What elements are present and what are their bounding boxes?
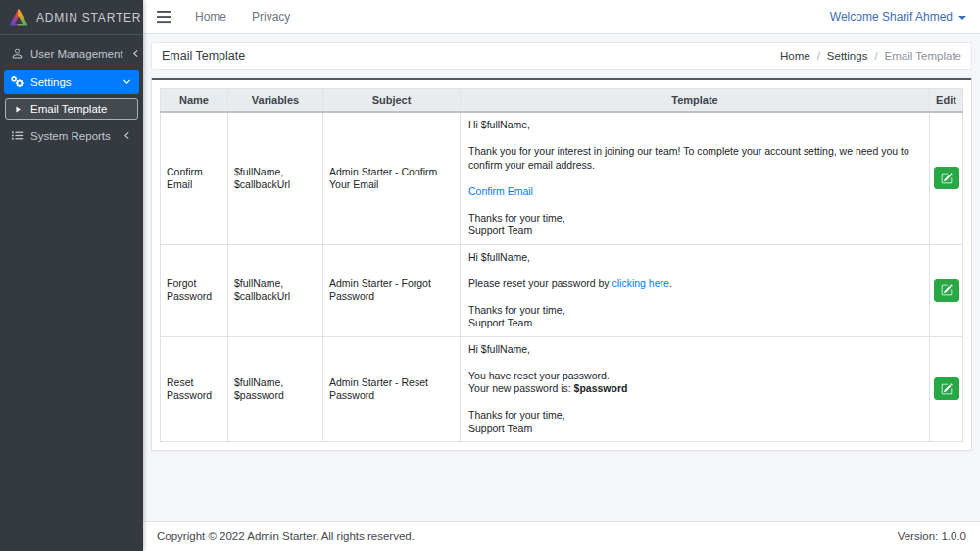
cell-subject: Admin Starter - Confirm Your Email [323,112,461,244]
chevron-left-icon [130,48,141,59]
cell-variables: $fullName, $password [228,336,323,442]
sidebar-item-label: User Management [30,48,123,60]
template-link[interactable]: Confirm Email [468,185,533,197]
column-header-name: Name [161,89,228,113]
user-menu-dropdown[interactable]: Welcome Sharif Ahmed [830,10,966,24]
edit-button[interactable] [934,377,959,400]
cell-edit [930,112,963,244]
edit-pencil-icon [941,284,953,296]
cell-subject: Admin Starter - Reset Password [323,336,461,442]
template-text: Hi $fullName, [468,343,530,355]
breadcrumb-item-home[interactable]: Home [780,50,810,62]
email-template-tbody: Confirm Email$fullName, $callbackUrlAdmi… [161,112,963,442]
column-header-variables: Variables [228,89,323,113]
cell-edit [930,244,963,336]
template-line: Thanks for your time, [468,304,921,318]
template-line: Confirm Email [468,185,921,199]
template-text: Thanks for your time, [468,212,565,224]
breadcrumb-item-settings[interactable]: Settings [827,50,868,62]
sidebar-item-user-management[interactable]: User Management [4,41,139,66]
sidebar-item-label: Email Template [30,103,130,115]
template-link[interactable]: clicking here [612,277,669,289]
cell-subject: Admin Starter - Forgot Password [323,244,461,336]
template-line: Your new password is: $password [468,382,921,396]
content: Email Template Home/Settings/Email Templ… [143,34,980,521]
list-icon [11,129,24,142]
top-navbar: HomePrivacy Welcome Sharif Ahmed [143,0,980,34]
sidebar-item-label: Settings [30,76,115,88]
edit-pencil-icon [941,383,953,395]
template-line [468,172,921,185]
navbar-links: HomePrivacy [195,10,290,24]
template-text: Please reset your password by [468,277,612,289]
template-line: Thanks for your time, [468,212,921,225]
breadcrumb-separator: / [874,50,877,62]
cell-name: Forgot Password [161,244,228,336]
brand[interactable]: ADMIN STARTER [0,0,143,35]
template-line: Thank you for your interest in joining o… [468,145,921,172]
email-template-card: NameVariablesSubjectTemplateEdit Confirm… [151,78,972,451]
edit-button[interactable] [934,279,959,302]
template-text: You have reset your password. [468,370,610,381]
template-text: Hi $fullName, [468,119,530,130]
cell-variables: $fullName, $callbackUrl [228,244,323,336]
breadcrumb-separator: / [817,50,820,62]
template-line: Hi $fullName, [468,251,921,265]
gears-icon [11,75,24,88]
cell-name: Confirm Email [161,112,228,244]
template-line: Please reset your password by clicking h… [468,277,921,291]
template-bold-text: $password [574,382,628,394]
breadcrumb: Home/Settings/Email Template [780,50,961,62]
sidebar-item-system-reports[interactable]: System Reports [4,124,139,148]
sidebar-toggle-icon[interactable] [157,11,172,24]
sidebar-item-settings[interactable]: Settings [4,70,139,94]
template-text: Thanks for your time, [468,304,565,316]
brand-logo-icon [9,9,28,26]
template-line [468,132,921,146]
edit-pencil-icon [941,173,953,184]
template-line: Support Team [468,317,921,330]
nav-link-privacy[interactable]: Privacy [252,10,290,24]
footer: Copyright © 2022 Admin Starter. All righ… [143,521,980,551]
nav-link-home[interactable]: Home [195,10,226,24]
template-text: Thank you for your interest in joining o… [468,145,909,171]
template-line: Thanks for your time, [468,409,921,423]
template-line: Support Team [468,423,921,436]
template-text: Support Team [468,317,532,328]
breadcrumb-item-email-template: Email Template [885,50,961,62]
table-header-row: NameVariablesSubjectTemplateEdit [161,89,963,113]
template-line [468,396,921,410]
sidebar: ADMIN STARTER User Management Settings [0,0,143,551]
caret-down-icon [958,16,966,20]
template-text: Support Team [468,225,532,236]
cell-template: Hi $fullName,You have reset your passwor… [461,336,930,442]
chevron-left-icon [122,130,132,141]
template-line [468,356,921,370]
template-text: Thanks for your time, [468,409,565,421]
column-header-edit: Edit [930,89,963,113]
template-line [468,290,921,304]
template-text: . [669,277,672,289]
table-row: Forgot Password$fullName, $callbackUrlAd… [161,244,963,336]
table-row: Reset Password$fullName, $passwordAdmin … [161,336,963,442]
chevron-down-icon [122,76,132,87]
user-icon [11,47,24,60]
table-row: Confirm Email$fullName, $callbackUrlAdmi… [161,112,963,244]
user-menu-label: Welcome Sharif Ahmed [830,10,953,24]
brand-title: ADMIN STARTER [36,11,141,25]
template-line [468,264,921,277]
copyright-text: Copyright © 2022 Admin Starter. All righ… [157,530,415,542]
content-header: Email Template Home/Settings/Email Templ… [151,42,972,70]
email-template-table: NameVariablesSubjectTemplateEdit Confirm… [160,88,963,442]
main-area: HomePrivacy Welcome Sharif Ahmed Email T… [143,0,980,551]
template-line: Hi $fullName, [468,119,921,132]
sidebar-item-label: System Reports [30,130,115,142]
template-text: Hi $fullName, [468,251,530,263]
template-line: You have reset your password. [468,370,921,383]
cell-edit [930,336,963,442]
sidebar-item-email-template[interactable]: Email Template [5,98,138,120]
edit-button[interactable] [934,167,959,189]
template-line: Hi $fullName, [468,343,921,357]
cell-template: Hi $fullName,Please reset your password … [461,244,930,336]
column-header-template: Template [461,89,930,113]
